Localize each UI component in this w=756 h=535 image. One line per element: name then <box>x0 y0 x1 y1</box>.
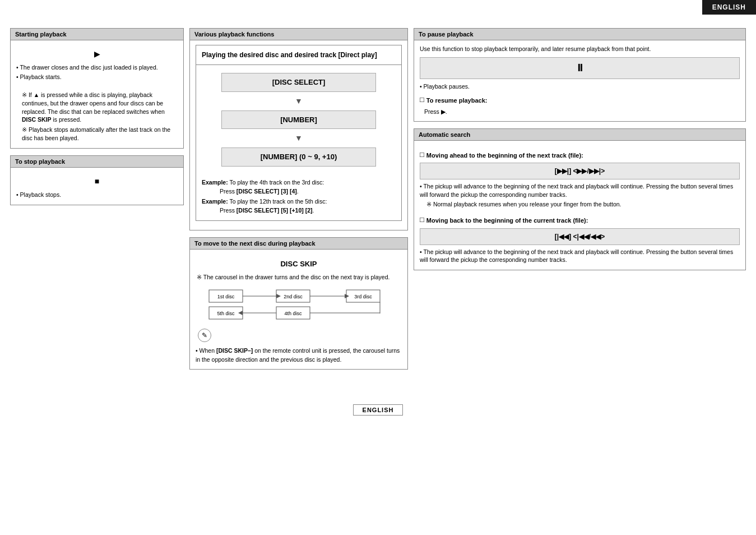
step-number-range: [NUMBER] (0 ~ 9, +10) <box>221 147 377 167</box>
stop-playback-content: ■ Playback stops. <box>11 168 183 205</box>
step-number: [NUMBER] <box>221 110 377 130</box>
disc-diagram: 1st disc 2nd disc 3rd disc <box>203 284 394 321</box>
disc-skip-label: DISC SKIP <box>196 259 402 270</box>
disc-skip-section: To move to the next disc during playback… <box>189 237 408 370</box>
bottom-english-container: ENGLISH <box>0 404 756 416</box>
automatic-search-section: Automatic search Moving ahead to the beg… <box>414 128 746 270</box>
direct-play-box: Playing the desired disc and desired tra… <box>196 45 402 221</box>
bottom-english-label: ENGLISH <box>353 404 403 416</box>
prev-track-label: Moving back to the beginning of the curr… <box>420 216 740 225</box>
starting-playback-section: Starting playback ▶ The drawer closes an… <box>10 28 184 149</box>
auto-search-header: Automatic search <box>414 129 745 141</box>
step-disc-select: [DISC SELECT] <box>221 73 377 92</box>
stop-playback-section: To stop playback ■ Playback stops. <box>10 155 184 205</box>
prev-track-bullet-1: The pickup will advance to the beginning… <box>420 248 740 264</box>
starting-bullets: The drawer closes and the disc just load… <box>16 63 178 81</box>
pause-playback-section: To pause playback Use this function to s… <box>414 28 746 122</box>
bullet-1: The drawer closes and the disc just load… <box>16 63 178 72</box>
svg-text:4th disc: 4th disc <box>284 311 302 316</box>
starting-playback-content: ▶ The drawer closes and the disc just lo… <box>11 40 183 148</box>
next-track-cmd: [▶▶|] <▶▶/▶▶|> <box>420 163 740 179</box>
note-1: If ▲ is pressed while a disc is playing,… <box>16 91 178 124</box>
middle-column: Various playback functions Playing the d… <box>189 28 408 376</box>
auto-search-content: Moving ahead to the beginning of the nex… <box>414 141 745 270</box>
right-column: To pause playback Use this function to s… <box>414 28 746 376</box>
svg-marker-9 <box>345 294 349 298</box>
starting-playback-header: Starting playback <box>11 29 183 40</box>
arrow-down-2: ▼ <box>202 95 396 107</box>
next-track-note: Normal playback resumes when you release… <box>420 200 740 209</box>
resume-section: To resume playback: Press ▶. <box>420 96 740 116</box>
prev-track-bullets: The pickup will advance to the beginning… <box>420 248 740 264</box>
pause-symbol: ⏸ <box>575 62 585 73</box>
note-2: Playback stops automatically after the l… <box>16 126 178 142</box>
various-playback-header: Various playback functions <box>190 29 407 40</box>
direct-play-title: Playing the desired disc and desired tra… <box>196 45 401 65</box>
play-symbol: ▶ <box>16 48 178 60</box>
stop-bullet-1: Playback stops. <box>16 191 178 199</box>
stop-symbol: ■ <box>16 176 178 187</box>
pause-bullets: Playback pauses. <box>420 82 740 91</box>
various-playback-content: Playing the desired disc and desired tra… <box>190 40 407 230</box>
resume-label: To resume playback: <box>420 96 740 105</box>
svg-text:2nd disc: 2nd disc <box>284 294 303 299</box>
pencil-icon: ✎ <box>198 329 211 342</box>
stop-bullets: Playback stops. <box>16 191 178 199</box>
svg-text:5th disc: 5th disc <box>217 311 235 316</box>
prev-track-cmd: [|◀◀] <|◀◀/◀◀> <box>420 228 740 245</box>
pencil-note: • When [DISC SKIP–] on the remote contro… <box>196 347 402 365</box>
svg-text:3rd disc: 3rd disc <box>354 294 372 299</box>
next-track-bullet-1: The pickup will advance to the beginning… <box>420 182 740 199</box>
disc-skip-content: DISC SKIP The carousel in the drawer tur… <box>190 250 407 369</box>
page-container: ENGLISH Starting playback ▶ The drawer c… <box>0 0 756 535</box>
next-track-bullets: The pickup will advance to the beginning… <box>420 182 740 199</box>
pause-bullet-1: Playback pauses. <box>420 82 740 91</box>
pause-inset: ⏸ <box>420 57 740 79</box>
various-playback-section: Various playback functions Playing the d… <box>189 28 408 230</box>
svg-text:1st disc: 1st disc <box>217 294 235 299</box>
next-track-label: Moving ahead to the beginning of the nex… <box>420 151 740 160</box>
left-column: Starting playback ▶ The drawer closes an… <box>10 28 184 376</box>
pause-playback-header: To pause playback <box>414 29 745 40</box>
pause-playback-content: Use this function to stop playback tempo… <box>414 40 745 121</box>
direct-play-steps: [DISC SELECT] ▼ [NUMBER] ▼ [NUMBER] (0 ~… <box>196 65 401 220</box>
top-english-label: ENGLISH <box>702 0 756 15</box>
stop-playback-header: To stop playback <box>11 156 183 168</box>
disc-skip-header: To move to the next disc during playback <box>190 238 407 250</box>
resume-text: Press ▶. <box>424 108 740 117</box>
pause-intro: Use this function to stop playback tempo… <box>420 45 740 54</box>
arrow-down-3: ▼ <box>202 132 396 144</box>
disc-note: The carousel in the drawer turns and the… <box>196 273 402 282</box>
pencil-section: ✎ • When [DISC SKIP–] on the remote cont… <box>196 325 402 365</box>
svg-marker-17 <box>238 311 243 315</box>
example-1: Example: To play the 4th track on the 3r… <box>202 178 396 196</box>
example-2: Example: To play the 12th track on the 5… <box>202 197 396 215</box>
bullet-2: Playback starts. <box>16 73 178 81</box>
svg-marker-7 <box>276 294 281 298</box>
